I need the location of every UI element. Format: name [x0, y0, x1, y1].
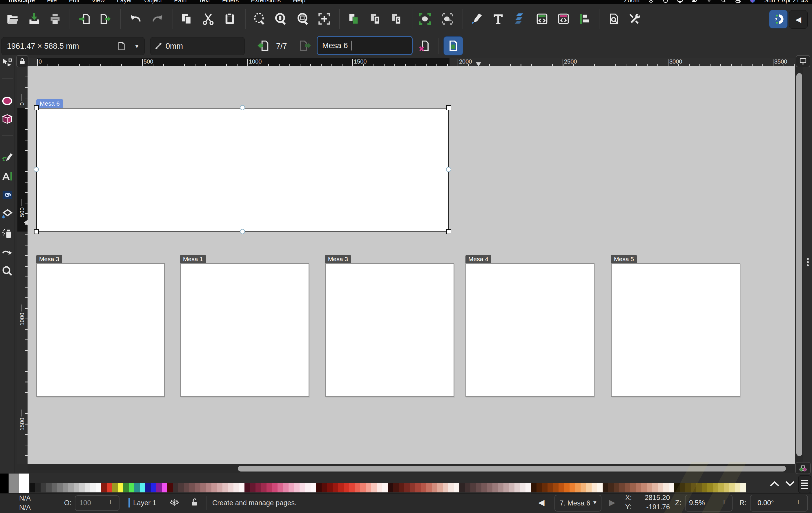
color-swatch[interactable] [366, 483, 371, 492]
zoom-out-button[interactable]: − [710, 497, 715, 507]
color-swatch[interactable] [741, 483, 746, 492]
color-swatch[interactable] [322, 483, 327, 492]
canvas[interactable]: Mesa 6 Mesa 3 Mesa 1 [28, 66, 795, 464]
color-swatch[interactable] [426, 483, 432, 492]
zoom-value[interactable]: 9.5% [689, 499, 705, 507]
color-swatch[interactable] [630, 483, 636, 492]
export-button[interactable] [97, 11, 113, 27]
color-swatch[interactable] [90, 483, 96, 492]
resize-handle-se[interactable] [446, 229, 451, 234]
horizontal-ruler[interactable]: 0500100015002000250030003500 [28, 58, 795, 66]
color-swatch[interactable] [465, 483, 470, 492]
color-swatch[interactable] [459, 483, 465, 492]
rotation-value[interactable]: 0.00° [757, 499, 774, 507]
color-swatch[interactable] [178, 483, 184, 492]
page[interactable] [36, 263, 165, 397]
menu-view[interactable]: View [92, 0, 105, 4]
color-swatch[interactable] [371, 483, 377, 492]
color-swatch[interactable] [487, 483, 492, 492]
page-label[interactable]: Mesa 5 [611, 255, 637, 263]
menu-object[interactable]: Object [144, 0, 162, 4]
page[interactable] [180, 263, 309, 397]
current-layer-label[interactable]: Layer 1 [133, 499, 156, 507]
color-swatch[interactable] [355, 483, 360, 492]
paint-bucket-tool[interactable] [1, 207, 13, 220]
color-swatch[interactable] [261, 483, 266, 492]
color-swatch[interactable] [272, 483, 278, 492]
color-swatch[interactable] [718, 483, 724, 492]
color-swatch[interactable] [509, 483, 515, 492]
color-swatch[interactable] [724, 483, 729, 492]
color-swatch[interactable] [294, 483, 299, 492]
color-swatch[interactable] [96, 483, 101, 492]
color-swatch[interactable] [470, 483, 476, 492]
color-swatch[interactable] [156, 483, 162, 492]
zoom-tool[interactable] [1, 265, 13, 277]
rotation-ccw-button[interactable]: − [784, 497, 789, 507]
opacity-decrease-button[interactable]: − [97, 497, 102, 507]
color-swatch[interactable] [482, 483, 487, 492]
opacity-value[interactable]: 100 [80, 499, 91, 507]
duplicate-button[interactable] [346, 11, 362, 27]
color-swatch[interactable] [399, 483, 404, 492]
palette-scroll-up-button[interactable] [767, 478, 782, 490]
color-swatch[interactable] [410, 483, 415, 492]
color-swatch[interactable] [68, 483, 74, 492]
color-swatch[interactable] [305, 483, 311, 492]
color-swatch[interactable] [702, 483, 707, 492]
color-swatch[interactable] [332, 483, 338, 492]
color-swatch[interactable] [542, 483, 548, 492]
color-swatch[interactable] [223, 483, 228, 492]
prev-page-nav-button[interactable]: ◀ [538, 497, 545, 507]
align-distribute-button[interactable] [577, 11, 593, 27]
pencil-tool[interactable] [1, 151, 13, 164]
color-swatch[interactable] [316, 483, 322, 492]
color-swatch[interactable] [393, 483, 399, 492]
color-swatch[interactable] [685, 483, 691, 492]
color-swatch[interactable] [669, 483, 674, 492]
shield-icon[interactable] [663, 0, 668, 3]
color-swatch[interactable] [250, 483, 256, 492]
selected-page-label[interactable]: Mesa 6 [36, 99, 63, 108]
color-swatch[interactable] [553, 483, 558, 492]
color-swatch[interactable] [647, 483, 652, 492]
color-swatch[interactable] [63, 483, 68, 492]
color-swatch[interactable] [167, 483, 173, 492]
move-objects-with-page-toggle[interactable] [444, 36, 463, 55]
color-swatch[interactable] [162, 483, 167, 492]
dock-handle-icon[interactable] [803, 257, 812, 268]
color-swatch[interactable] [40, 483, 46, 492]
color-swatch[interactable] [256, 483, 261, 492]
color-swatch[interactable] [658, 483, 663, 492]
color-swatch[interactable] [691, 483, 696, 492]
color-swatch[interactable] [184, 483, 190, 492]
menu-file[interactable]: File [47, 0, 57, 4]
open-button[interactable] [4, 11, 21, 27]
color-swatch[interactable] [525, 483, 531, 492]
color-swatch[interactable] [674, 483, 680, 492]
color-swatch[interactable] [619, 483, 625, 492]
quick-swatch-gray[interactable] [9, 474, 19, 493]
color-swatch[interactable] [118, 483, 123, 492]
selected-page[interactable] [36, 108, 448, 232]
node-editor-tool[interactable] [1, 56, 13, 69]
layer-lock-toggle[interactable] [190, 497, 199, 509]
menu-help[interactable]: Help [293, 0, 306, 4]
color-display-adjust-button[interactable] [795, 462, 811, 474]
color-swatch[interactable] [123, 483, 129, 492]
page-selector-dropdown[interactable]: 7. Mesa 6 ▼ [554, 495, 602, 512]
menu-extensions[interactable]: Extensions [251, 0, 281, 4]
stroke-value[interactable]: N/A [19, 504, 31, 512]
preferences-button[interactable] [627, 11, 643, 27]
color-swatch[interactable] [338, 483, 344, 492]
object-properties-button[interactable] [555, 11, 572, 27]
vertical-ruler[interactable]: 050010001500 [18, 66, 28, 464]
layers-dialog-button[interactable] [512, 11, 528, 27]
vertical-scrollbar[interactable] [795, 66, 803, 464]
next-page-nav-button[interactable]: ▶ [609, 497, 615, 507]
color-swatch[interactable] [558, 483, 564, 492]
color-swatch[interactable] [217, 483, 223, 492]
quick-swatch-black[interactable] [0, 474, 8, 493]
color-swatch[interactable] [140, 483, 145, 492]
recorder-icon[interactable] [648, 0, 654, 3]
